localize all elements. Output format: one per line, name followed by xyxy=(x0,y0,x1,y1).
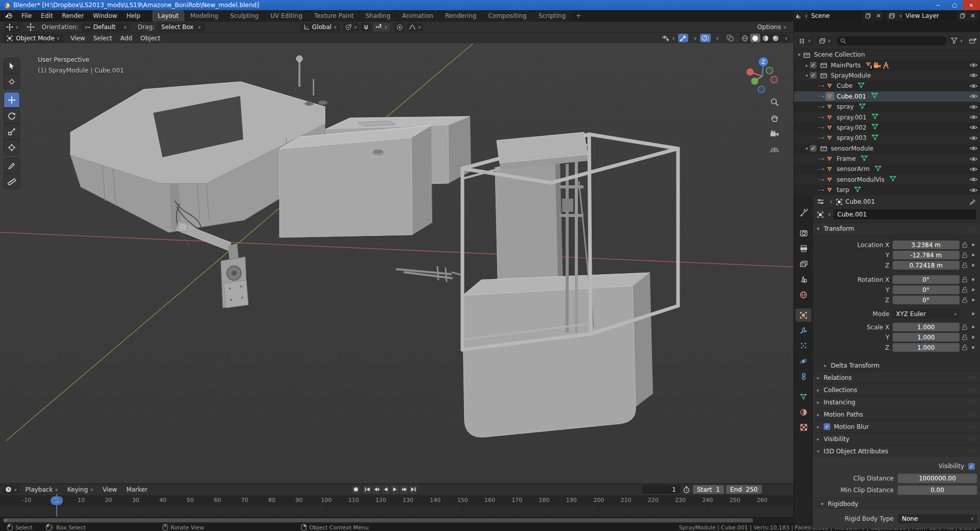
outliner-row-frame[interactable]: ▸Frame xyxy=(794,154,980,164)
active-tool-dropdown[interactable]: ∨ xyxy=(4,23,21,32)
menu-render[interactable]: Render xyxy=(57,10,88,21)
outliner-row-sensorarm[interactable]: ▸sensorArm xyxy=(794,164,980,174)
rigid-body-type-dropdown[interactable]: None ∨ xyxy=(898,514,977,523)
navigation-gizmo[interactable]: Z xyxy=(742,56,782,95)
play-reverse-button[interactable] xyxy=(382,486,390,494)
shading-solid-button[interactable] xyxy=(750,34,760,42)
proportional-editing-toggle[interactable] xyxy=(394,23,405,32)
transform-panel-header[interactable]: ▾ Transform ∷∷ xyxy=(813,223,980,234)
shading-rendered-button[interactable] xyxy=(771,34,781,42)
tool-measure-button[interactable] xyxy=(4,174,20,189)
hide-eye-icon[interactable] xyxy=(969,93,978,100)
outliner-row-cube-001[interactable]: ▸Cube.001 xyxy=(794,91,980,102)
outliner-row-sensormodule[interactable]: ▾sensorModule xyxy=(794,143,980,154)
frame-start-field[interactable]: Start 1 xyxy=(693,485,724,494)
properties-tab-object-data[interactable] xyxy=(796,390,811,403)
collection-checkbox[interactable] xyxy=(810,62,816,68)
timeline-menu-marker[interactable]: Marker xyxy=(122,486,152,493)
object-type-icon[interactable] xyxy=(817,211,824,218)
hide-eye-icon[interactable] xyxy=(969,124,978,131)
scale-x-field[interactable]: 1.000 xyxy=(893,323,960,331)
outliner-filter-dropdown[interactable]: ∨ xyxy=(949,36,965,45)
outliner-row-spray-003[interactable]: ▸spray.003 xyxy=(794,133,980,143)
disclosure-icon[interactable]: ▾ xyxy=(804,73,810,78)
object-name-field[interactable]: Cube.001 xyxy=(833,209,976,220)
outliner-display-mode-dropdown[interactable]: ∨ xyxy=(797,36,813,45)
collection-checkbox[interactable] xyxy=(810,145,816,152)
gizmos-toggle[interactable] xyxy=(678,34,688,42)
properties-tab-texture[interactable] xyxy=(796,421,811,434)
animate-dot[interactable] xyxy=(970,278,976,281)
location-x-field[interactable]: 3.2384 m xyxy=(893,240,960,249)
timeline-track-area[interactable] xyxy=(0,506,794,517)
lock-icon[interactable] xyxy=(960,344,970,351)
hide-eye-icon[interactable] xyxy=(969,83,978,89)
disclosure-icon[interactable]: ▸ xyxy=(804,63,810,68)
blender-menu-icon[interactable] xyxy=(0,10,17,21)
outliner-row-spraymodule[interactable]: ▾SprayModule xyxy=(794,70,980,81)
outliner-row-tarp[interactable]: ▸tarp xyxy=(794,185,980,195)
timeline-scrollbar-handle[interactable] xyxy=(3,518,753,522)
menu-file[interactable]: File xyxy=(17,10,36,21)
timeline-editor-type-dropdown[interactable]: ∨ xyxy=(3,485,19,494)
animate-dot[interactable] xyxy=(970,312,976,315)
properties-tab-particles[interactable] xyxy=(796,339,811,352)
record-button[interactable] xyxy=(352,486,360,494)
new-collection-button[interactable] xyxy=(969,37,977,44)
animate-dot[interactable] xyxy=(970,244,976,246)
outliner-row-sensormodulvis[interactable]: ▸sensorModulVis xyxy=(794,175,980,185)
rotation-z-field[interactable]: 0° xyxy=(893,296,960,304)
lock-icon[interactable] xyxy=(960,262,970,269)
hide-eye-icon[interactable] xyxy=(969,104,978,110)
viewport-menu-view[interactable]: View xyxy=(66,35,89,42)
overlays-toggle[interactable] xyxy=(700,34,711,42)
viewport-canvas[interactable]: User Perspective (1) SprayModule | Cube.… xyxy=(0,43,794,484)
section-instancing[interactable]: ▸ Instancing∷∷ xyxy=(813,396,980,408)
shading-material-button[interactable] xyxy=(760,34,771,42)
scale-z-field[interactable]: 1.000 xyxy=(893,343,960,352)
outliner-search-input[interactable] xyxy=(836,36,947,45)
lock-icon[interactable] xyxy=(960,286,970,293)
animate-dot[interactable] xyxy=(970,346,976,349)
animate-dot[interactable] xyxy=(970,299,976,301)
disclosure-icon[interactable]: ▾ xyxy=(796,52,802,57)
animate-dot[interactable] xyxy=(970,288,976,291)
workspace-tab-rendering[interactable]: Rendering xyxy=(439,10,482,21)
scene-3d[interactable] xyxy=(0,43,794,484)
tool-move-button[interactable] xyxy=(4,92,20,108)
animate-dot[interactable] xyxy=(970,264,976,267)
tool-annotate-button[interactable] xyxy=(4,158,20,174)
jump-to-start-button[interactable] xyxy=(363,486,371,494)
lock-icon[interactable] xyxy=(960,334,970,341)
previous-keyframe-button[interactable] xyxy=(372,486,381,494)
shading-wireframe-button[interactable] xyxy=(740,34,750,42)
mode-dropdown[interactable]: Object Mode ∨ xyxy=(3,34,63,42)
workspace-tab-animation[interactable]: Animation xyxy=(396,10,439,21)
animate-dot[interactable] xyxy=(970,254,976,256)
outliner-row-cube[interactable]: ▸Cube xyxy=(794,81,980,91)
frame-end-field[interactable]: End 250 xyxy=(726,485,762,494)
properties-tab-modifiers[interactable] xyxy=(796,324,811,337)
hide-eye-icon[interactable] xyxy=(969,72,978,79)
tool-scale-button[interactable] xyxy=(4,124,20,139)
scene-selector[interactable]: ∨ Scene ✕ xyxy=(792,11,884,20)
outliner-row-mainparts[interactable]: ▸MainParts4 xyxy=(794,60,980,70)
outliner-row-spray[interactable]: ▸spray xyxy=(794,102,980,112)
add-workspace-button[interactable]: + xyxy=(572,10,585,21)
object-front-tank[interactable] xyxy=(279,126,432,237)
workspace-tab-scripting[interactable]: Scripting xyxy=(533,10,571,21)
gizmos-dropdown[interactable]: ∨ xyxy=(690,34,698,42)
drag-dropdown[interactable]: Select Box ∨ xyxy=(158,23,205,32)
pan-hand-icon[interactable] xyxy=(770,114,779,123)
timeline-menu-playback[interactable]: Playback∨ xyxy=(21,486,63,493)
properties-editor-icon[interactable] xyxy=(817,199,824,205)
section-i3d-object-attributes[interactable]: ▾I3D Object Attributes ∷∷ xyxy=(813,445,980,457)
hide-eye-icon[interactable] xyxy=(969,114,978,120)
timeline-ruler[interactable]: 1 -1010203040506070809010011012013014015… xyxy=(0,495,794,506)
i3d-visibility-checkbox[interactable] xyxy=(968,463,975,470)
panel-drag-dots[interactable]: ∷∷ xyxy=(968,226,976,231)
rotation-mode-dropdown[interactable]: XYZ Euler∨ xyxy=(893,309,960,318)
close-button[interactable]: ✕ xyxy=(963,0,980,10)
timeline-menu-keying[interactable]: Keying∨ xyxy=(63,486,98,493)
object-visibility-dropdown[interactable]: ∨ xyxy=(660,34,677,42)
